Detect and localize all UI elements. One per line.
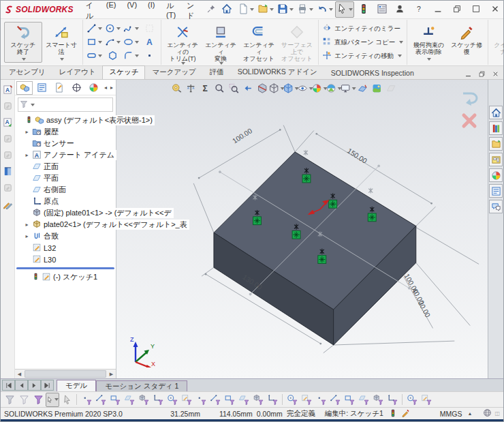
first-tab-icon[interactable]	[2, 380, 15, 391]
filter-sketch-points-icon[interactable]	[180, 393, 193, 407]
filter-midpoints-icon[interactable]	[223, 393, 236, 407]
zoom-to-area-icon[interactable]	[227, 82, 240, 95]
expand-arrow-icon[interactable]: ▸	[24, 129, 30, 135]
display-style-icon[interactable]	[284, 82, 298, 95]
tree-filter-input[interactable]	[36, 100, 111, 109]
minimize-button[interactable]	[429, 2, 447, 17]
panel-tabs-scroll-left-icon[interactable]: ◂	[103, 85, 108, 91]
filter-edges-icon[interactable]	[94, 393, 108, 407]
filter-planes-icon[interactable]	[166, 393, 179, 407]
command-tab-スケッチ[interactable]: スケッチ	[102, 65, 145, 79]
3d-drawing-view-icon[interactable]	[356, 82, 369, 95]
filter-centerlines-icon[interactable]	[251, 393, 265, 407]
next-tab-icon[interactable]	[28, 380, 41, 391]
filter-surface-finish-icon[interactable]	[357, 393, 371, 407]
doc-minimize-button[interactable]	[461, 68, 475, 79]
command-tab-アセンブリ[interactable]: アセンブリ	[2, 65, 52, 79]
view-palette-icon[interactable]	[489, 153, 503, 166]
new-document-button[interactable]	[236, 1, 255, 18]
open-button[interactable]	[256, 1, 275, 18]
relation-marker-green[interactable]	[368, 213, 376, 222]
filter-sketches-icon[interactable]	[194, 393, 208, 407]
units-label[interactable]: MMGS	[440, 410, 462, 418]
tree-item-plate02[interactable]: ▸plate02<1> (デフォルト<<デフォルト>_表	[15, 219, 116, 230]
sketch-point-button[interactable]	[140, 49, 159, 63]
dimension-label[interactable]: 150.00	[346, 147, 368, 165]
sketch-edit-status-icon[interactable]	[401, 408, 410, 419]
command-tab-solidworks-アドイン[interactable]: SOLIDWORKS アドイン	[231, 65, 324, 79]
dropdown-caret-icon[interactable]	[116, 41, 121, 44]
toggle-selection-filters-icon[interactable]	[3, 393, 16, 407]
select-tool-button[interactable]	[335, 1, 354, 18]
sketch-ellipse-button[interactable]	[122, 35, 140, 49]
rebuild-status-icon[interactable]	[389, 409, 397, 419]
section-view-icon[interactable]	[255, 82, 269, 95]
sketch-circle-button[interactable]	[104, 22, 122, 35]
sketch-polygon-button[interactable]	[104, 49, 122, 63]
select-tool-icon[interactable]	[46, 393, 59, 407]
move-entities-button[interactable]: エンティティの移動	[322, 50, 403, 61]
view-settings-icon[interactable]	[341, 82, 355, 95]
tree-item-plate01[interactable]: (固定) plate01<1> -> (デフォルト<<デ	[15, 207, 116, 219]
propertymanager-tab[interactable]	[33, 81, 50, 95]
exit-sketch-button[interactable]: スケッチ 終了	[4, 22, 42, 63]
custom-properties-icon[interactable]	[489, 184, 503, 198]
clear-all-filters-icon[interactable]	[17, 393, 31, 407]
units-caret-icon[interactable]: ▲	[468, 411, 473, 416]
filter-axes-icon[interactable]	[151, 393, 165, 407]
dropdown-caret-icon[interactable]	[135, 55, 139, 57]
tree-item-assy[interactable]: assy (デフォルト<表示状態-1>)	[15, 115, 116, 126]
mirror-entities-button[interactable]: エンティティのミラー	[322, 23, 403, 34]
dropdown-caret-icon[interactable]	[135, 27, 139, 30]
options-button[interactable]	[373, 1, 391, 18]
filter-routing-points-icon[interactable]	[420, 393, 433, 407]
filter-sketch-segments-icon[interactable]	[208, 393, 222, 407]
solidworks-forum-icon[interactable]	[489, 200, 503, 213]
dropdown-caret-icon[interactable]	[98, 55, 102, 57]
repair-sketch-button[interactable]: スケッチ修 復	[447, 22, 486, 63]
smart-dimension-button[interactable]: スマート寸 法	[42, 22, 80, 63]
display-delete-relations-button[interactable]: 幾何拘束の 表示/削除	[409, 22, 447, 63]
save-button[interactable]	[276, 1, 295, 18]
sketch-slot-button[interactable]	[85, 49, 104, 63]
command-tab-レイアウト[interactable]: レイアウト	[52, 65, 103, 79]
zoom-to-fit-icon[interactable]	[212, 82, 226, 95]
sketch-rectangle-button[interactable]	[85, 35, 104, 49]
solidworks-resources-icon[interactable]	[489, 106, 503, 119]
file-explorer-icon[interactable]	[489, 137, 503, 151]
dropdown-caret-icon[interactable]	[270, 8, 274, 11]
filter-gtol-icon[interactable]	[328, 393, 342, 407]
dimension-label[interactable]: 30.00	[417, 300, 432, 319]
hide-show-items-icon[interactable]	[298, 82, 312, 95]
convert-entities-button[interactable]: エンティティ 変換	[202, 22, 240, 63]
plate-model[interactable]	[214, 152, 416, 345]
dropdown-caret-icon[interactable]	[309, 8, 313, 11]
relation-marker-green[interactable]	[318, 256, 326, 264]
dropdown-caret-icon[interactable]	[398, 55, 402, 57]
realview-icon[interactable]	[370, 82, 383, 95]
dropdown-caret-icon[interactable]	[349, 8, 353, 11]
offset-entities-button[interactable]: エンティティ オフセット	[240, 22, 278, 63]
filter-surface-bodies-icon[interactable]	[123, 393, 136, 407]
tree-item-history[interactable]: ▸履歴	[15, 126, 116, 138]
sketch-text-button[interactable]: A	[140, 35, 159, 49]
sketch-spline-button[interactable]	[122, 22, 140, 35]
doc-restore-button[interactable]	[475, 68, 488, 79]
scroll-right-icon[interactable]: ▶	[107, 370, 116, 378]
filter-datums-icon[interactable]	[343, 393, 356, 407]
user-account-button[interactable]	[391, 2, 409, 17]
sketch-fillet-button[interactable]	[122, 49, 140, 63]
relation-marker-green[interactable]	[292, 230, 300, 239]
pin-menu-icon[interactable]	[207, 5, 215, 14]
dimension-label[interactable]: 100.00	[231, 127, 253, 145]
previous-view-icon[interactable]	[241, 82, 255, 95]
expand-arrow-icon[interactable]: ▸	[24, 222, 30, 228]
tree-item-l32[interactable]: L32	[15, 242, 116, 254]
dropdown-caret-icon[interactable]	[98, 41, 102, 44]
view-orientation-icon[interactable]	[270, 82, 283, 95]
filter-connection-points-icon[interactable]	[405, 393, 419, 407]
close-button[interactable]	[486, 2, 504, 17]
featuremanager-tab[interactable]	[16, 81, 33, 95]
appearances-scenes-icon[interactable]	[489, 168, 503, 182]
apply-scene-icon[interactable]	[327, 82, 341, 95]
